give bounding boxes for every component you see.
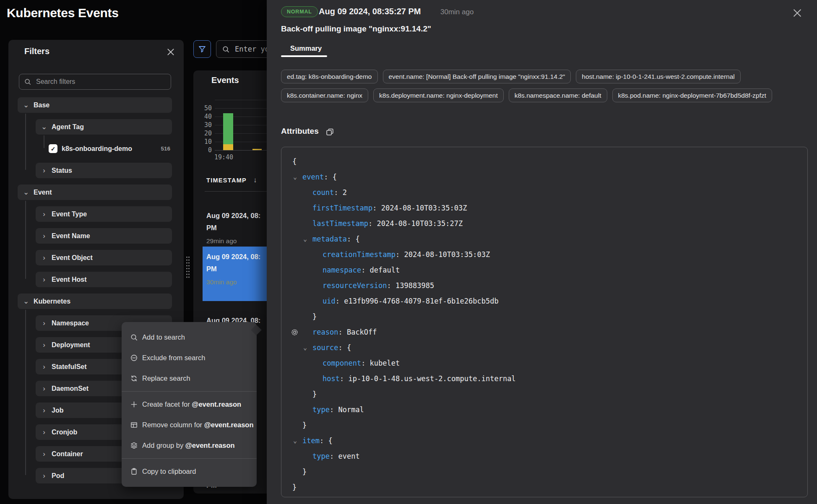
json-key: host — [323, 374, 340, 383]
filter-group-event-object[interactable]: ›Event Object — [36, 250, 172, 265]
chevron-down-icon[interactable]: ⌄ — [293, 169, 297, 185]
tab-summary[interactable]: Summary — [290, 44, 322, 52]
filter-group-base[interactable]: ⌄Base — [18, 97, 172, 113]
json-line-item: ⌄item: { — [281, 433, 807, 449]
json-line-brace: } — [281, 418, 807, 433]
json-line-firstTimestamp: firstTimestamp: 2024-08-10T03:35:03Z — [281, 200, 807, 216]
active-tab-underline — [281, 55, 327, 57]
summary-tag[interactable]: host.name: ip-10-0-1-241.us-west-2.compu… — [576, 70, 740, 83]
filter-group-label: Cronjob — [52, 429, 77, 436]
menu-item-remove-column[interactable]: Remove column for @event.reason — [122, 415, 257, 435]
menu-item-label: Create facet for — [142, 400, 192, 408]
chevron-right-icon: › — [41, 450, 47, 457]
json-line-brace: } — [281, 464, 807, 480]
filter-group-label: Kubernetes — [34, 298, 70, 305]
chevron-right-icon: › — [41, 341, 47, 348]
checkbox-checked-icon[interactable]: ✓ — [49, 144, 57, 153]
filter-group-event[interactable]: ⌄Event — [18, 184, 172, 200]
menu-item-copy-to-clipboard[interactable]: Copy to clipboard — [122, 461, 257, 482]
kubernetes-events-page: Kubernetes Events Filters ⌄Base⌄Agent Ta… — [0, 0, 817, 504]
json-value: 2024-08-10T03:35:03Z — [404, 250, 490, 259]
filter-group-kubernetes[interactable]: ⌄Kubernetes — [18, 294, 172, 309]
copy-icon[interactable] — [325, 127, 334, 136]
filter-group-label: Event Host — [52, 276, 87, 283]
filter-value-k8s-onboarding-demo[interactable]: ✓k8s-onboarding-demo516 — [47, 141, 172, 156]
summary-tag[interactable]: k8s.container.name: nginx — [281, 88, 368, 102]
chevron-right-icon: › — [41, 385, 47, 392]
menu-item-field: @event.reason — [204, 421, 254, 429]
gear-icon[interactable] — [291, 328, 299, 336]
json-key: item — [302, 436, 320, 445]
plus-icon — [130, 400, 138, 408]
json-key: type — [312, 452, 330, 460]
context-menu-items: Add to searchExclude from searchReplace … — [122, 327, 257, 482]
filter-value-label: k8s-onboarding-demo — [62, 145, 132, 153]
json-value: default — [370, 266, 400, 274]
status-badge: NORMAL — [281, 6, 318, 17]
chevron-down-icon[interactable]: ⌄ — [293, 433, 297, 449]
filter-group-label: Status — [52, 167, 72, 174]
filter-funnel-icon — [198, 45, 206, 53]
replace-icon — [130, 374, 138, 382]
json-key: uid — [323, 297, 336, 305]
json-line-brace: } — [281, 480, 807, 495]
json-value: } — [302, 468, 307, 476]
filter-group-label: Pod — [52, 472, 64, 480]
filter-group-status[interactable]: ›Status — [36, 163, 172, 178]
summary-tag[interactable]: k8s.namespace.name: default — [509, 88, 607, 102]
exclude-icon — [130, 354, 138, 362]
chevron-right-icon: › — [41, 254, 47, 261]
menu-item-add-group-by[interactable]: Add group by @event.reason — [122, 435, 257, 456]
json-key: resourceVersion — [323, 281, 387, 290]
filter-group-event-host[interactable]: ›Event Host — [36, 272, 172, 287]
menu-divider — [122, 391, 257, 392]
json-value: 2024-08-10T03:35:03Z — [381, 204, 467, 212]
menu-item-create-facet[interactable]: Create facet for @event.reason — [122, 394, 257, 415]
table-icon — [130, 421, 138, 429]
chevron-right-icon: › — [41, 407, 47, 414]
menu-item-replace-search[interactable]: Replace search — [122, 368, 257, 389]
chevron-right-icon: › — [41, 429, 47, 436]
json-line-metadata: ⌄metadata: { — [281, 231, 807, 247]
menu-item-exclude-from-search[interactable]: Exclude from search — [122, 348, 257, 368]
json-line-brace: } — [281, 387, 807, 402]
chevron-down-icon[interactable]: ⌄ — [303, 231, 307, 247]
json-key: count — [312, 188, 334, 197]
json-line-brace: } — [281, 309, 807, 325]
json-value: } — [312, 312, 317, 321]
json-value: } — [312, 390, 317, 398]
filter-group-label: DaemonSet — [52, 385, 88, 392]
filter-group-agent-tag[interactable]: ⌄Agent Tag — [36, 119, 172, 135]
event-timestamp: Aug 09 2024, 08:35:27 PM — [319, 7, 421, 16]
chevron-right-icon: › — [41, 472, 47, 479]
event-relative-time: 30min ago — [440, 8, 474, 16]
json-line-count: count: 2 — [281, 185, 807, 200]
chevron-down-icon[interactable]: ⌄ — [303, 340, 307, 356]
close-icon[interactable] — [792, 8, 803, 18]
summary-tag[interactable]: ed.tag: k8s-onboarding-demo — [281, 70, 378, 83]
json-line-reason: reason: BackOff — [281, 325, 807, 340]
json-key: reason — [312, 328, 338, 336]
panel-resize-handle[interactable] — [186, 256, 190, 278]
summary-tag[interactable]: k8s.deployment.name: nginx-deployment — [373, 88, 504, 102]
chevron-down-icon: ⌄ — [41, 123, 47, 130]
json-line-event: ⌄event: { — [281, 169, 807, 185]
filter-group-event-name[interactable]: ›Event Name — [36, 228, 172, 244]
json-value: { — [347, 343, 351, 352]
json-value: 2 — [343, 188, 347, 197]
filter-group-label: Agent Tag — [52, 123, 84, 131]
chevron-right-icon: › — [41, 363, 47, 370]
json-value: { — [328, 436, 332, 445]
json-value: ip-10-0-1-48.us-west-2.compute.internal — [348, 374, 515, 383]
menu-item-add-to-search[interactable]: Add to search — [122, 327, 257, 348]
toggle-filters-button[interactable] — [193, 40, 211, 58]
json-value: 2024-08-10T03:35:27Z — [377, 219, 463, 228]
menu-item-label: Add group by — [142, 442, 185, 449]
chevron-down-icon: ⌄ — [23, 298, 29, 305]
json-line-source: ⌄source: { — [281, 340, 807, 356]
summary-tag[interactable]: event.name: [Normal] Back-off pulling im… — [383, 70, 571, 83]
filter-group-event-type[interactable]: ›Event Type — [36, 206, 172, 222]
json-key: namespace — [323, 266, 361, 274]
facet-count: 516 — [161, 145, 170, 152]
summary-tag[interactable]: k8s.pod.name: nginx-deployment-7b67bd5d8… — [612, 88, 772, 102]
